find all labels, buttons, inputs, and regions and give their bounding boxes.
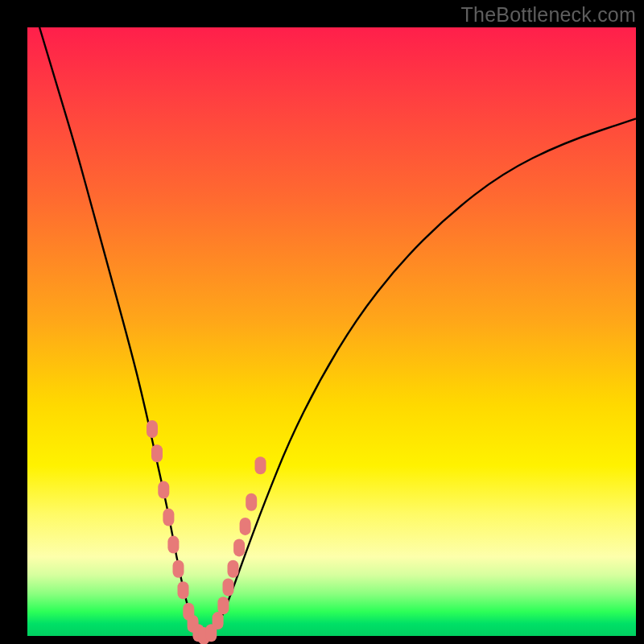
datapoint-marker <box>178 581 189 599</box>
datapoint-marker <box>213 612 224 630</box>
model-curve <box>39 27 636 636</box>
datapoint-marker <box>151 444 163 462</box>
datapoint-marker <box>246 493 257 511</box>
plot-area <box>27 27 636 636</box>
datapoint-marker <box>147 420 158 438</box>
watermark-text: TheBottleneck.com <box>461 3 636 27</box>
datapoint-marker <box>228 560 239 578</box>
datapoint-marker <box>173 560 184 578</box>
datapoint-marker <box>163 509 174 526</box>
datapoint-marker <box>223 579 234 597</box>
datapoint-marker <box>158 481 169 499</box>
datapoint-marker <box>217 597 229 614</box>
datapoint-marker <box>233 539 245 556</box>
datapoint-marker <box>167 536 179 554</box>
datapoints-group <box>147 420 266 644</box>
datapoint-marker <box>255 456 266 474</box>
chart-frame: TheBottleneck.com <box>0 0 644 644</box>
datapoint-marker <box>240 518 251 535</box>
chart-svg <box>27 27 636 636</box>
